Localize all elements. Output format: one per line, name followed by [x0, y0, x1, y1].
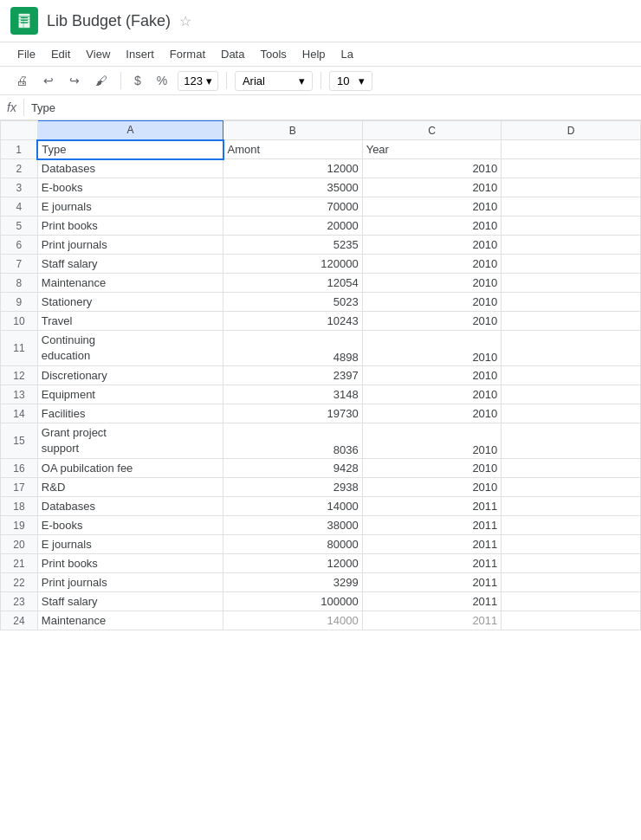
cell-amount[interactable]: 9428	[223, 459, 363, 478]
cell-type[interactable]: Print journals	[37, 236, 223, 255]
cell-d[interactable]	[502, 535, 641, 554]
cell-year[interactable]: 2011	[362, 554, 502, 573]
cell-amount[interactable]: 4898	[223, 331, 363, 366]
undo-button[interactable]: ↩	[38, 70, 59, 91]
cell-year[interactable]: 2010	[362, 404, 502, 423]
cell-d[interactable]	[502, 216, 641, 236]
cell-type[interactable]: Staff salary	[37, 592, 223, 611]
font-family-dropdown[interactable]: Arial ▾	[235, 71, 313, 91]
cell-amount[interactable]: 12000	[223, 159, 363, 178]
cell-d[interactable]	[502, 331, 641, 366]
cell-type[interactable]: Maintenance	[37, 611, 223, 630]
cell-amount[interactable]: 38000	[223, 516, 363, 535]
menu-insert[interactable]: Insert	[119, 44, 161, 64]
cell-amount[interactable]: Amont	[223, 140, 363, 159]
favorite-icon[interactable]: ☆	[179, 13, 191, 29]
cell-type[interactable]: E-books	[37, 516, 223, 535]
cell-d[interactable]	[502, 385, 641, 404]
col-header-d[interactable]: D	[502, 121, 641, 140]
percent-button[interactable]: %	[152, 70, 172, 91]
cell-year[interactable]: 2011	[362, 592, 502, 611]
cell-amount[interactable]: 5235	[223, 236, 363, 255]
cell-d[interactable]	[502, 573, 641, 592]
cell-type[interactable]: Print books	[37, 216, 223, 236]
cell-d[interactable]	[502, 554, 641, 573]
cell-year[interactable]: 2010	[362, 423, 502, 459]
cell-type[interactable]: OA pubilcation fee	[37, 459, 223, 478]
font-size-dropdown[interactable]: 10 ▾	[329, 71, 372, 91]
cell-amount[interactable]: 2938	[223, 478, 363, 497]
cell-d[interactable]	[502, 159, 641, 178]
cell-d[interactable]	[502, 404, 641, 423]
cell-amount[interactable]: 12054	[223, 274, 363, 293]
cell-amount[interactable]: 3299	[223, 573, 363, 592]
cell-d[interactable]	[502, 592, 641, 611]
cell-type[interactable]: Print journals	[37, 573, 223, 592]
cell-d[interactable]	[502, 312, 641, 331]
col-header-a[interactable]: A	[37, 121, 223, 140]
cell-d[interactable]	[502, 459, 641, 478]
menu-data[interactable]: Data	[214, 44, 251, 64]
cell-d[interactable]	[502, 178, 641, 197]
cell-amount[interactable]: 8036	[223, 423, 363, 459]
cell-amount[interactable]: 2397	[223, 366, 363, 385]
menu-tools[interactable]: Tools	[253, 44, 293, 64]
cell-type[interactable]: Discretionary	[37, 366, 223, 385]
cell-amount[interactable]: 14000	[223, 497, 363, 516]
menu-view[interactable]: View	[79, 44, 117, 64]
cell-type[interactable]: Travel	[37, 312, 223, 331]
cell-year[interactable]: 2011	[362, 516, 502, 535]
cell-d[interactable]	[502, 293, 641, 312]
cell-amount[interactable]: 70000	[223, 197, 363, 216]
number-format-dropdown[interactable]: 123 ▾	[178, 71, 218, 91]
menu-file[interactable]: File	[10, 44, 42, 64]
cell-type[interactable]: Stationery	[37, 293, 223, 312]
cell-amount[interactable]: 120000	[223, 255, 363, 274]
cell-amount[interactable]: 20000	[223, 216, 363, 236]
formula-content[interactable]: Type	[31, 101, 634, 114]
cell-year[interactable]: 2010	[362, 293, 502, 312]
cell-amount[interactable]: 14000	[223, 611, 363, 630]
cell-type[interactable]: Equipment	[37, 385, 223, 404]
cell-year[interactable]: 2010	[362, 274, 502, 293]
col-header-b[interactable]: B	[223, 121, 363, 140]
cell-year[interactable]: 2011	[362, 535, 502, 554]
cell-amount[interactable]: 100000	[223, 592, 363, 611]
cell-d[interactable]	[502, 274, 641, 293]
cell-d[interactable]	[502, 255, 641, 274]
cell-amount[interactable]: 3148	[223, 385, 363, 404]
redo-button[interactable]: ↪	[64, 70, 85, 91]
cell-year[interactable]: 2010	[362, 236, 502, 255]
cell-type[interactable]: E journals	[37, 197, 223, 216]
print-button[interactable]: 🖨	[10, 70, 33, 91]
cell-type[interactable]: Databases	[37, 159, 223, 178]
cell-type[interactable]: Continuing education	[37, 331, 223, 366]
cell-year[interactable]: 2010	[362, 312, 502, 331]
cell-d[interactable]	[502, 516, 641, 535]
cell-year[interactable]: 2010	[362, 178, 502, 197]
menu-la[interactable]: La	[334, 44, 360, 64]
menu-format[interactable]: Format	[163, 44, 212, 64]
cell-year[interactable]: 2010	[362, 366, 502, 385]
cell-year[interactable]: 2010	[362, 331, 502, 366]
cell-year[interactable]: 2011	[362, 497, 502, 516]
menu-help[interactable]: Help	[295, 44, 333, 64]
paint-format-button[interactable]: 🖌	[90, 70, 113, 91]
cell-type[interactable]: Maintenance	[37, 274, 223, 293]
cell-type[interactable]: Facilities	[37, 404, 223, 423]
cell-type[interactable]: E journals	[37, 535, 223, 554]
cell-year[interactable]: 2010	[362, 459, 502, 478]
cell-d[interactable]	[502, 423, 641, 459]
cell-d[interactable]	[502, 236, 641, 255]
cell-year[interactable]: 2010	[362, 216, 502, 236]
cell-type[interactable]: Grant project support	[37, 423, 223, 459]
cell-type[interactable]: R&D	[37, 478, 223, 497]
cell-type[interactable]: Databases	[37, 497, 223, 516]
cell-year[interactable]: 2010	[362, 385, 502, 404]
cell-d[interactable]	[502, 366, 641, 385]
cell-type[interactable]: Staff salary	[37, 255, 223, 274]
cell-year[interactable]: 2010	[362, 197, 502, 216]
cell-amount[interactable]: 80000	[223, 535, 363, 554]
cell-amount[interactable]: 5023	[223, 293, 363, 312]
cell-year[interactable]: 2011	[362, 573, 502, 592]
